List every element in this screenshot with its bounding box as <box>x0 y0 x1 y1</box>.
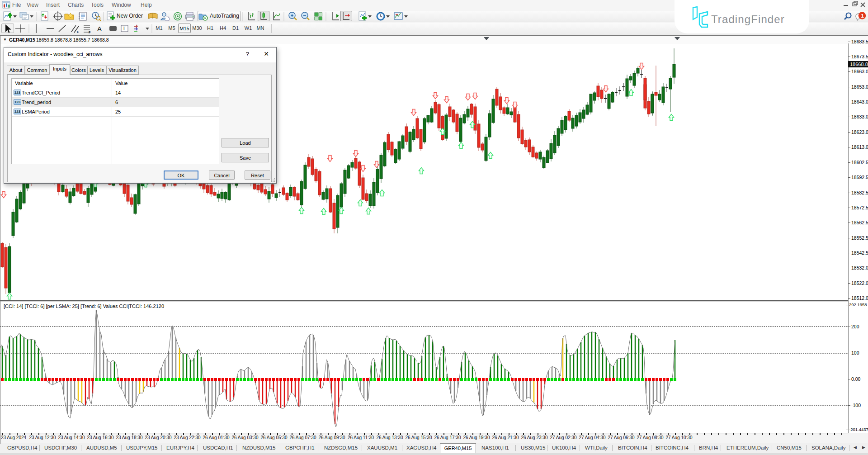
svg-text:1: 1 <box>861 13 864 19</box>
